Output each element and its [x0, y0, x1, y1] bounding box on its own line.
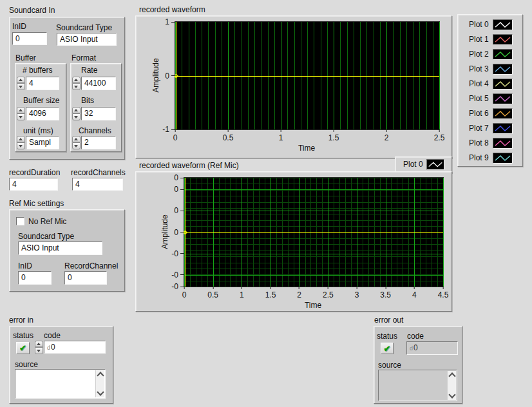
plot-style-swatch[interactable]	[493, 64, 513, 75]
graph2-x-axis-label: Time	[305, 301, 321, 310]
error-in-code-spinner[interactable]	[35, 341, 43, 354]
inid-input[interactable]: 0	[12, 32, 47, 45]
num-buffers-input[interactable]: 4	[26, 77, 59, 90]
scroll-down-icon[interactable]	[97, 388, 104, 395]
record-channels-input[interactable]: 4	[72, 178, 123, 191]
channels-input[interactable]: 2	[81, 136, 116, 149]
soundcard-type-label: Soundcard Type	[56, 23, 112, 32]
ref-inid-input[interactable]: 0	[18, 271, 52, 285]
error-in-status-button[interactable]: ✔	[16, 342, 30, 354]
plot-style-swatch[interactable]	[493, 93, 513, 104]
no-ref-mic-checkbox[interactable]	[16, 217, 24, 225]
decrement-icon[interactable]	[17, 113, 25, 120]
error-in-cluster: status ✔ code d0 source	[9, 326, 113, 404]
record-duration-input[interactable]: 4	[9, 178, 58, 191]
decrement-icon[interactable]	[72, 113, 81, 120]
legend-item[interactable]: Plot 8	[458, 137, 522, 149]
legend-item[interactable]: Plot 6	[458, 108, 522, 119]
increment-icon[interactable]	[72, 77, 81, 83]
plot-style-swatch[interactable]	[426, 159, 444, 170]
legend-item[interactable]: Plot 4	[458, 78, 522, 90]
decrement-icon[interactable]	[72, 83, 81, 90]
increment-icon[interactable]	[35, 341, 43, 347]
y-tick-label: 0	[174, 228, 178, 237]
num-buffers-label: # buffers	[23, 66, 52, 75]
x-tick-label: 0	[182, 290, 187, 299]
x-tick-label: 4	[412, 290, 417, 299]
increment-icon[interactable]	[17, 107, 25, 113]
decrement-icon[interactable]	[17, 142, 25, 149]
error-in-code-input[interactable]: d0	[44, 341, 106, 354]
increment-icon[interactable]	[72, 107, 81, 113]
gridline	[184, 254, 443, 254]
increment-icon[interactable]	[72, 136, 81, 142]
decrement-icon[interactable]	[35, 347, 43, 354]
vertical-scrollbar[interactable]	[447, 371, 456, 400]
record-channel-label: RecordChannel	[64, 261, 118, 270]
inid-label: InID	[12, 22, 26, 31]
legend-item[interactable]: Plot 5	[458, 93, 522, 104]
channels-spinner[interactable]	[72, 136, 81, 149]
x-tick-label: 1.5	[328, 133, 339, 142]
gridline	[184, 211, 443, 211]
legend-item[interactable]: Plot 2	[458, 48, 522, 60]
increment-icon[interactable]	[17, 136, 25, 142]
buffer-size-spinner[interactable]	[17, 107, 25, 120]
unit-input[interactable]: Sampl	[26, 136, 59, 149]
radix-indicator: d	[47, 345, 50, 351]
plot-style-swatch[interactable]	[493, 34, 513, 45]
legend-item[interactable]: Plot 0	[458, 19, 522, 30]
gridline	[443, 178, 444, 287]
legend-item[interactable]: Plot 7	[458, 122, 522, 134]
plot-style-swatch[interactable]	[493, 49, 513, 60]
plot-style-swatch[interactable]	[493, 138, 513, 149]
plot-style-swatch[interactable]	[493, 19, 513, 30]
buffer-size-input[interactable]: 4096	[26, 107, 59, 120]
vertical-scrollbar[interactable]	[95, 370, 104, 397]
unit-spinner[interactable]	[17, 136, 25, 149]
x-tick-label: 4.5	[438, 290, 449, 299]
plot-style-swatch[interactable]	[493, 79, 513, 90]
check-icon: ✔	[19, 344, 26, 352]
plot-style-swatch[interactable]	[493, 153, 513, 164]
graph2-title: recorded waveform (Ref Mic)	[139, 161, 239, 170]
error-out-title: error out	[374, 316, 403, 325]
channels-label: Channels	[79, 126, 111, 135]
error-in-source-textarea[interactable]	[15, 369, 106, 399]
waveform-graph: 1 0 -1 0 0.5 1 1.5 2 2.5 Amplitude Time	[135, 15, 452, 158]
plot-style-swatch[interactable]	[493, 108, 513, 119]
scroll-up-icon[interactable]	[97, 372, 104, 379]
legend-item[interactable]: Plot 3	[458, 63, 522, 75]
soundcard-in-cluster: InID 0 Soundcard Type ASIO Input Buffer …	[9, 17, 125, 160]
x-tick-label: 3	[355, 290, 359, 299]
legend-label: Plot 2	[469, 50, 493, 59]
record-channel-input[interactable]: 0	[64, 271, 107, 285]
legend-label: Plot 0	[469, 20, 493, 29]
y-tick-label: 0	[174, 185, 178, 194]
ref-soundcard-type-input[interactable]: ASIO Input	[18, 241, 102, 255]
graph1-x-axis-label: Time	[298, 144, 315, 153]
buffer-title: Buffer	[15, 53, 36, 62]
rate-spinner[interactable]	[72, 77, 81, 90]
rate-input[interactable]: 44100	[81, 77, 116, 90]
bits-input[interactable]: 32	[81, 107, 116, 120]
increment-icon[interactable]	[17, 77, 25, 83]
error-in-title: error in	[9, 316, 33, 325]
legend-item[interactable]: Plot 9	[458, 152, 522, 164]
plot-style-swatch[interactable]	[493, 123, 513, 134]
format-title: Format	[71, 53, 96, 62]
record-channels-label: recordChannels	[71, 168, 126, 177]
legend-label: Plot 1	[469, 35, 493, 44]
legend-item[interactable]: Plot 0	[395, 158, 451, 170]
num-buffers-spinner[interactable]	[17, 77, 25, 90]
scroll-down-icon[interactable]	[448, 391, 455, 398]
legend-item[interactable]: Plot 1	[458, 33, 522, 45]
error-out-source-label: source	[378, 361, 401, 370]
decrement-icon[interactable]	[17, 83, 25, 90]
scroll-up-icon[interactable]	[448, 372, 455, 379]
decrement-icon[interactable]	[72, 142, 81, 149]
ref-inid-label: InID	[18, 261, 32, 270]
soundcard-type-input[interactable]: ASIO Input	[57, 33, 117, 46]
labview-front-panel: Soundcard In InID 0 Soundcard Type ASIO …	[0, 0, 532, 407]
bits-spinner[interactable]	[72, 107, 81, 120]
